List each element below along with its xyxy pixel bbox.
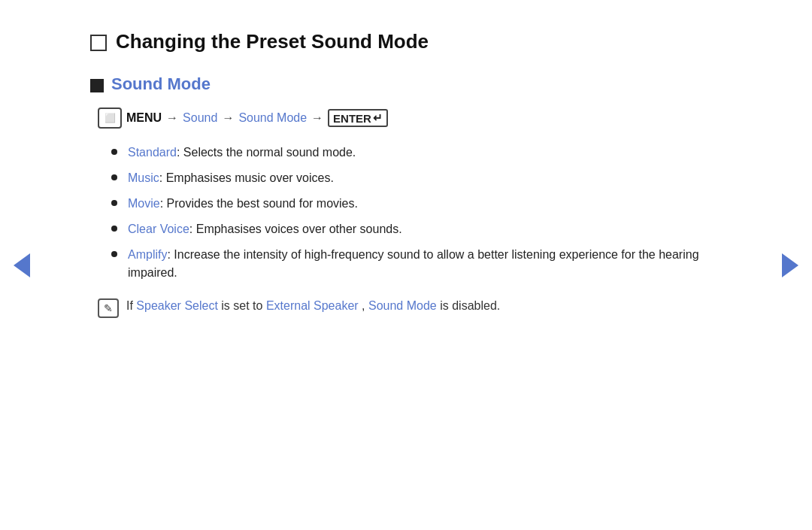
- sound-mode-note-link: Sound Mode: [368, 299, 437, 312]
- amplify-term: Amplify: [128, 248, 167, 261]
- list-item-standard: Standard: Selects the normal sound mode.: [111, 144, 722, 162]
- list-item-standard-text: Standard: Selects the normal sound mode.: [128, 144, 356, 162]
- music-desc: : Emphasises music over voices.: [159, 171, 334, 184]
- note-prefix: If: [126, 299, 136, 312]
- list-item-amplify-text: Amplify: Increase the intensity of high-…: [128, 246, 722, 282]
- standard-term: Standard: [128, 146, 177, 159]
- bullet-dot-2: [111, 174, 117, 180]
- note-comma: ,: [362, 299, 365, 312]
- list-item-music-text: Music: Emphasises music over voices.: [128, 169, 334, 187]
- main-heading: Changing the Preset Sound Mode: [90, 30, 722, 53]
- bullet-dot-4: [111, 226, 117, 232]
- section-heading-text: Sound Mode: [111, 74, 211, 94]
- section-heading: Sound Mode: [90, 74, 722, 94]
- standard-desc: : Selects the normal sound mode.: [177, 146, 356, 159]
- external-speaker-link: External Speaker: [266, 299, 359, 312]
- menu-icon: ⬜: [98, 108, 122, 129]
- arrow-3: →: [311, 111, 323, 125]
- list-item-clear-voice-text: Clear Voice: Emphasises voices over othe…: [128, 220, 402, 238]
- arrow-2: →: [222, 111, 234, 125]
- list-item-amplify: Amplify: Increase the intensity of high-…: [111, 246, 722, 282]
- checkbox-icon: [90, 35, 107, 51]
- arrow-1: →: [166, 111, 178, 125]
- clear-voice-term: Clear Voice: [128, 223, 189, 235]
- main-heading-text: Changing the Preset Sound Mode: [116, 30, 429, 53]
- black-square-icon: [90, 79, 104, 92]
- music-term: Music: [128, 171, 159, 184]
- note-middle: is set to: [221, 299, 266, 312]
- list-item-movie: Movie: Provides the best sound for movie…: [111, 195, 722, 213]
- nav-arrow-left[interactable]: [14, 253, 30, 277]
- movie-desc: : Provides the best sound for movies.: [160, 197, 358, 210]
- nav-arrow-right[interactable]: [782, 253, 798, 277]
- note-row: ✎ If Speaker Select is set to External S…: [98, 297, 722, 318]
- bullet-dot-1: [111, 149, 117, 155]
- clear-voice-desc: : Emphasises voices over other sounds.: [189, 223, 402, 235]
- speaker-select-link: Speaker Select: [136, 299, 218, 312]
- movie-term: Movie: [128, 197, 160, 210]
- enter-text: ENTER: [333, 112, 371, 125]
- sound-mode-link: Sound Mode: [238, 111, 307, 125]
- menu-icon-symbol: ⬜: [105, 113, 116, 123]
- bullet-list: Standard: Selects the normal sound mode.…: [111, 144, 722, 282]
- list-item-clear-voice: Clear Voice: Emphasises voices over othe…: [111, 220, 722, 238]
- enter-label: ENTER↵: [328, 109, 388, 127]
- list-item-music: Music: Emphasises music over voices.: [111, 169, 722, 187]
- enter-arrow-icon: ↵: [373, 111, 383, 125]
- menu-path: ⬜ MENU → Sound → Sound Mode → ENTER↵: [98, 108, 722, 129]
- bullet-dot-5: [111, 251, 117, 257]
- note-text: If Speaker Select is set to External Spe…: [126, 297, 500, 315]
- list-item-movie-text: Movie: Provides the best sound for movie…: [128, 195, 358, 213]
- note-suffix: is disabled.: [440, 299, 500, 312]
- amplify-desc: : Increase the intensity of high-frequen…: [128, 248, 699, 279]
- note-icon: ✎: [98, 298, 119, 318]
- sound-link: Sound: [183, 111, 217, 125]
- page-container: Changing the Preset Sound Mode Sound Mod…: [30, 0, 782, 348]
- bullet-dot-3: [111, 200, 117, 206]
- menu-label: MENU: [126, 111, 162, 125]
